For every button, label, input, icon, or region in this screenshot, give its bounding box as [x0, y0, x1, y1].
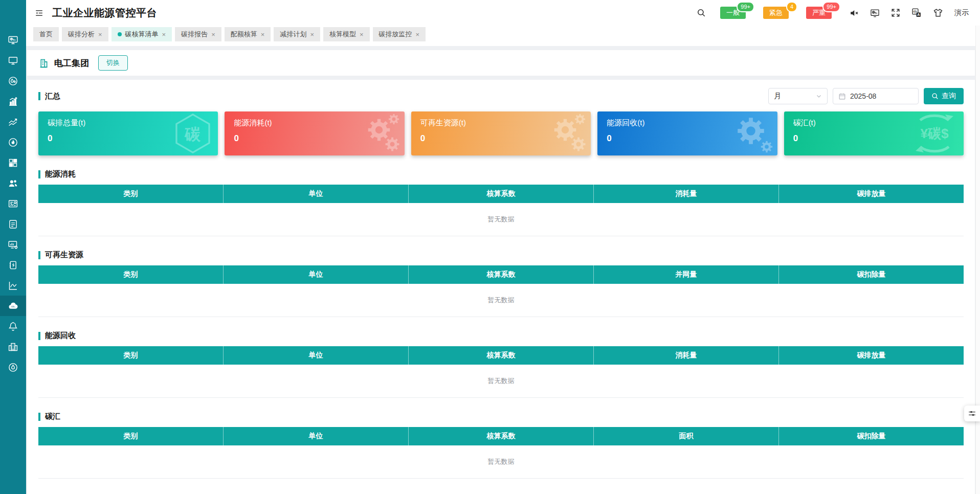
line-chart-icon	[8, 280, 18, 291]
column-header: 单位	[224, 346, 409, 365]
sliders-icon	[968, 409, 976, 418]
column-header: 核算系数	[409, 346, 594, 365]
content: 电工集团 切换 汇总 月	[26, 46, 980, 494]
tab-carbon-report[interactable]: 碳排报告×	[175, 27, 221, 41]
filter-settings-button[interactable]	[964, 406, 980, 421]
tab-quota-accounting[interactable]: 配额核算×	[225, 27, 271, 41]
water-drop-icon	[8, 362, 18, 373]
search-icon	[931, 93, 939, 100]
theme-tshirt-icon[interactable]	[933, 8, 943, 18]
svg-text:碳: 碳	[184, 125, 201, 143]
period-select[interactable]: 月	[768, 88, 828, 104]
section-energy-consumption: 能源消耗类别单位核算系数消耗量碳排放量暂无数据	[38, 169, 964, 236]
exchange-watermark-icon: ¥碳$	[909, 113, 960, 154]
fullscreen-icon[interactable]	[891, 8, 900, 17]
tab-reduction-plan[interactable]: 减排计划×	[274, 27, 320, 41]
gears-watermark-icon	[353, 113, 400, 154]
table-header-row: 类别单位核算系数面积碳扣除量	[38, 427, 964, 445]
data-screen-icon[interactable]	[870, 8, 880, 18]
date-input[interactable]: 2025-08	[833, 88, 919, 104]
switch-org-button[interactable]: 切换	[98, 55, 128, 71]
stat-card-energy-consumption: 能源消耗(t)0	[225, 111, 404, 155]
sidebar-item-energy-meter[interactable]	[0, 255, 26, 275]
sidebar-item-users[interactable]	[0, 173, 26, 193]
sidebar-item-trend-lines[interactable]	[0, 111, 26, 132]
section-renewable-resource: 可再生资源类别单位核算系数并网量碳扣除量暂无数据	[38, 250, 964, 317]
search-icon[interactable]	[697, 8, 706, 17]
sidebar-items: CO₂	[0, 30, 26, 377]
tab-home[interactable]: 首页	[33, 27, 59, 41]
sidebar-item-line-chart[interactable]	[0, 275, 26, 296]
collapse-menu-icon[interactable]	[34, 8, 44, 18]
stat-card-total-emission: 碳排总量(t)0碳	[38, 111, 218, 155]
section-carbon-sink: 碳汇类别单位核算系数面积碳扣除量暂无数据	[38, 412, 964, 479]
alert-urgent-button[interactable]: 紧急4	[763, 7, 789, 19]
column-header: 单位	[224, 265, 409, 284]
demo-button[interactable]: 演示	[954, 8, 969, 17]
close-icon[interactable]: ×	[162, 31, 166, 38]
column-header: 碳扣除量	[779, 265, 964, 284]
query-controls: 月 2025-08 查询	[768, 88, 964, 104]
column-header: 核算系数	[409, 265, 594, 284]
column-header: 碳排放量	[779, 346, 964, 365]
energy-drops-icon	[8, 76, 18, 86]
column-header: 单位	[224, 427, 409, 445]
bar-chart-icon	[8, 96, 18, 107]
alert-count-badge: 4	[786, 2, 797, 12]
tab-emission-monitoring[interactable]: 碳排放监控×	[373, 27, 426, 41]
close-icon[interactable]: ×	[416, 31, 420, 38]
stat-card-energy-recovery: 能源回收(t)0	[597, 111, 777, 155]
tab-accounting-model[interactable]: 核算模型×	[323, 27, 370, 41]
scrollbar[interactable]	[975, 26, 980, 494]
mute-icon[interactable]	[849, 8, 859, 18]
sidebar-item-flame[interactable]	[0, 132, 26, 152]
sidebar-item-bar-chart[interactable]	[0, 91, 26, 111]
summary-row: 汇总 月 2025-08	[38, 88, 964, 104]
trend-lines-icon	[8, 117, 18, 127]
close-icon[interactable]: ×	[98, 31, 102, 38]
summary-title: 汇总	[38, 92, 60, 101]
close-icon[interactable]: ×	[310, 31, 314, 38]
sidebar-item-water-drop[interactable]	[0, 357, 26, 377]
tab-carbon-ledger[interactable]: 碳核算清单×	[112, 27, 172, 41]
sidebar-item-screen-dashboard[interactable]	[0, 30, 26, 50]
section-title: 碳汇	[45, 412, 60, 421]
sidebar-item-report[interactable]	[0, 193, 26, 214]
sidebar-item-energy-drops[interactable]	[0, 71, 26, 91]
sidebar-item-apps-grid[interactable]	[0, 152, 26, 173]
sidebar-item-bell[interactable]	[0, 316, 26, 336]
section-title: 能源回收	[45, 331, 76, 341]
tab-bar: 首页碳排分析×碳核算清单×碳排报告×配额核算×减排计划×核算模型×碳排放监控×	[26, 26, 980, 46]
column-header: 消耗量	[594, 185, 779, 203]
column-header: 单位	[224, 185, 409, 203]
sidebar-item-document[interactable]	[0, 214, 26, 234]
sidebar: CO₂	[0, 0, 26, 494]
flame-icon	[8, 137, 18, 148]
org-card: 电工集团 切换	[27, 50, 975, 76]
close-icon[interactable]: ×	[211, 31, 215, 38]
section-title: 能源消耗	[45, 169, 76, 179]
sidebar-item-monitor-gear[interactable]	[0, 234, 26, 255]
table-header-row: 类别单位核算系数消耗量碳排放量	[38, 346, 964, 365]
header-actions: 一般99+紧急4严重99+ 中A 演示	[697, 7, 969, 19]
report-icon	[8, 198, 18, 209]
column-header: 核算系数	[409, 185, 594, 203]
translate-icon[interactable]: 中A	[911, 8, 922, 18]
alert-critical-button[interactable]: 严重99+	[806, 7, 832, 19]
title-accent-bar	[38, 251, 40, 259]
tab-carbon-analysis[interactable]: 碳排分析×	[62, 27, 108, 41]
table-sections: 能源消耗类别单位核算系数消耗量碳排放量暂无数据可再生资源类别单位核算系数并网量碳…	[38, 169, 964, 479]
empty-state: 暂无数据	[38, 445, 964, 479]
alert-general-button[interactable]: 一般99+	[720, 7, 746, 19]
query-button[interactable]: 查询	[924, 88, 964, 104]
monitor-gear-icon	[8, 239, 18, 250]
column-header: 类别	[38, 427, 224, 445]
close-icon[interactable]: ×	[360, 31, 364, 38]
close-icon[interactable]: ×	[261, 31, 265, 38]
sidebar-item-cloud-co2[interactable]: CO₂	[0, 296, 26, 316]
sidebar-item-monitor[interactable]	[0, 50, 26, 71]
document-icon	[8, 219, 18, 230]
calendar-icon	[838, 93, 846, 100]
svg-text:A: A	[917, 13, 920, 17]
sidebar-item-enterprise[interactable]	[0, 336, 26, 357]
